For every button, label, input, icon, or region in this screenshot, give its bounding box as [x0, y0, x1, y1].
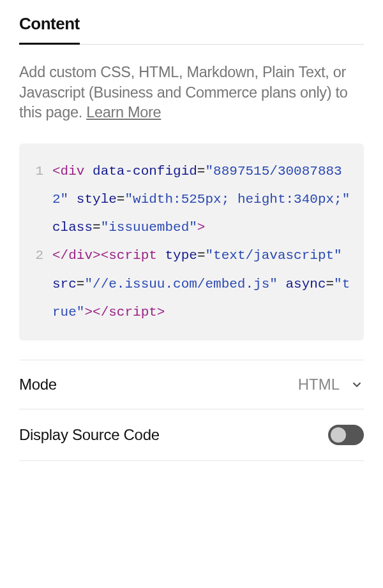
mode-row[interactable]: Mode HTML — [19, 360, 364, 409]
code-line: 2</div><script type="text/javascript" sr… — [32, 242, 351, 326]
description-body: Add custom CSS, HTML, Markdown, Plain Te… — [19, 64, 348, 121]
tab-content[interactable]: Content — [19, 6, 80, 45]
toggle-knob — [331, 427, 346, 443]
code-line: 1<div data-configid="8897515/300878832" … — [32, 158, 351, 242]
code-content: <div data-configid="8897515/300878832" s… — [52, 158, 351, 242]
code-editor[interactable]: 1<div data-configid="8897515/300878832" … — [19, 143, 364, 341]
mode-value: HTML — [298, 376, 340, 393]
line-number: 1 — [32, 158, 52, 242]
learn-more-link[interactable]: Learn More — [86, 104, 161, 121]
code-content: </div><script type="text/javascript" src… — [52, 242, 351, 326]
tab-bar: Content — [19, 6, 364, 45]
display-source-toggle[interactable] — [328, 425, 364, 445]
line-number: 2 — [32, 242, 52, 326]
mode-label: Mode — [19, 376, 57, 393]
description-text: Add custom CSS, HTML, Markdown, Plain Te… — [19, 62, 364, 123]
display-source-label: Display Source Code — [19, 426, 160, 444]
chevron-down-icon — [350, 378, 364, 392]
display-source-row: Display Source Code — [19, 409, 364, 461]
